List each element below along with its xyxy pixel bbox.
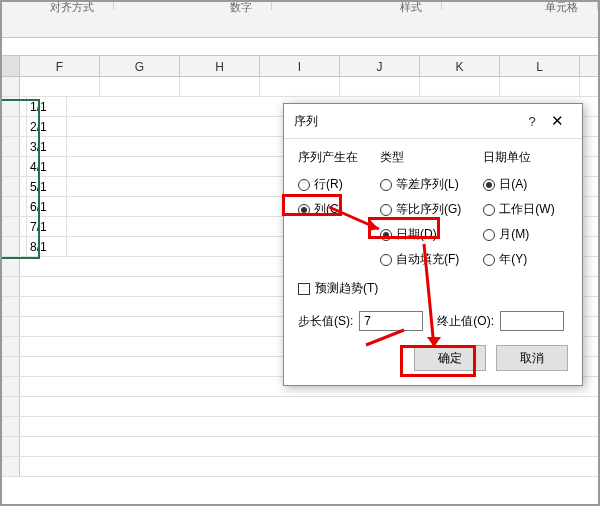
radio-icon (298, 204, 310, 216)
help-icon[interactable]: ? (522, 114, 542, 129)
radio-geometric[interactable]: 等比序列(G) (380, 201, 461, 218)
cell[interactable]: 8/1 (27, 237, 67, 256)
series-dialog: 序列 ? ✕ 序列产生在 行(R) 列(C) 类型 (283, 103, 583, 386)
radio-autofill[interactable]: 自动填充(F) (380, 251, 461, 268)
column-headers: F G H I J K L M (0, 55, 600, 77)
row-header[interactable] (0, 77, 20, 96)
dialog-title: 序列 (294, 113, 522, 130)
radio-day[interactable]: 日(A) (483, 176, 554, 193)
group-title: 序列产生在 (298, 149, 358, 166)
ribbon-group-number: 数字 (230, 0, 252, 15)
stop-label: 终止值(O): (437, 313, 494, 330)
col-header[interactable]: J (340, 56, 420, 76)
cell[interactable]: 3/1 (27, 137, 67, 156)
radio-label: 年(Y) (499, 251, 527, 268)
radio-icon (483, 254, 495, 266)
radio-weekday[interactable]: 工作日(W) (483, 201, 554, 218)
col-header[interactable]: G (100, 56, 180, 76)
cell[interactable]: 7/1 (27, 217, 67, 236)
radio-row[interactable]: 行(R) (298, 176, 358, 193)
step-input[interactable] (359, 311, 423, 331)
radio-icon (380, 229, 392, 241)
ribbon-group-cells: 单元格 (545, 0, 578, 15)
radio-label: 日期(D) (396, 226, 437, 243)
cell[interactable]: 5/1 (27, 177, 67, 196)
close-icon[interactable]: ✕ (542, 110, 572, 132)
ribbon: 对齐方式 数字 样式 单元格 (0, 0, 600, 38)
cancel-button[interactable]: 取消 (496, 345, 568, 371)
group-date-unit: 日期单位 日(A) 工作日(W) 月(M) 年(Y) (483, 149, 554, 268)
cell[interactable]: 6/1 (27, 197, 67, 216)
radio-label: 月(M) (499, 226, 529, 243)
radio-icon (483, 229, 495, 241)
radio-label: 行(R) (314, 176, 343, 193)
radio-icon (298, 179, 310, 191)
stop-input[interactable] (500, 311, 564, 331)
cell[interactable]: 2/1 (27, 117, 67, 136)
svg-line-4 (366, 330, 404, 345)
ok-button[interactable]: 确定 (414, 345, 486, 371)
col-header[interactable]: H (180, 56, 260, 76)
col-header[interactable]: K (420, 56, 500, 76)
cell[interactable]: 1/1 (27, 97, 67, 116)
radio-year[interactable]: 年(Y) (483, 251, 554, 268)
dialog-titlebar: 序列 ? ✕ (284, 104, 582, 139)
col-header-corner[interactable] (0, 56, 20, 76)
radio-label: 等差序列(L) (396, 176, 459, 193)
radio-label: 列(C) (314, 201, 343, 218)
col-header[interactable]: L (500, 56, 580, 76)
col-header[interactable]: F (20, 56, 100, 76)
col-header[interactable]: M (580, 56, 600, 76)
radio-month[interactable]: 月(M) (483, 226, 554, 243)
group-title: 类型 (380, 149, 461, 166)
radio-column[interactable]: 列(C) (298, 201, 358, 218)
col-header[interactable]: I (260, 56, 340, 76)
group-title: 日期单位 (483, 149, 554, 166)
group-series-in: 序列产生在 行(R) 列(C) (298, 149, 358, 268)
radio-icon (483, 204, 495, 216)
radio-label: 等比序列(G) (396, 201, 461, 218)
radio-icon (380, 179, 392, 191)
checkbox-trend[interactable]: 预测趋势(T) (298, 280, 568, 297)
group-type: 类型 等差序列(L) 等比序列(G) 日期(D) 自动填充(F) (380, 149, 461, 268)
radio-date[interactable]: 日期(D) (380, 226, 461, 243)
radio-icon (483, 179, 495, 191)
radio-arithmetic[interactable]: 等差序列(L) (380, 176, 461, 193)
step-label: 步长值(S): (298, 313, 353, 330)
cell[interactable] (20, 77, 100, 96)
radio-label: 日(A) (499, 176, 527, 193)
cell[interactable]: 4/1 (27, 157, 67, 176)
radio-label: 自动填充(F) (396, 251, 459, 268)
checkbox-icon (298, 283, 310, 295)
table-row (0, 77, 600, 97)
ribbon-group-style: 样式 (400, 0, 422, 15)
checkbox-label: 预测趋势(T) (315, 280, 378, 297)
radio-icon (380, 204, 392, 216)
ribbon-group-align: 对齐方式 (50, 0, 94, 15)
radio-icon (380, 254, 392, 266)
radio-label: 工作日(W) (499, 201, 554, 218)
